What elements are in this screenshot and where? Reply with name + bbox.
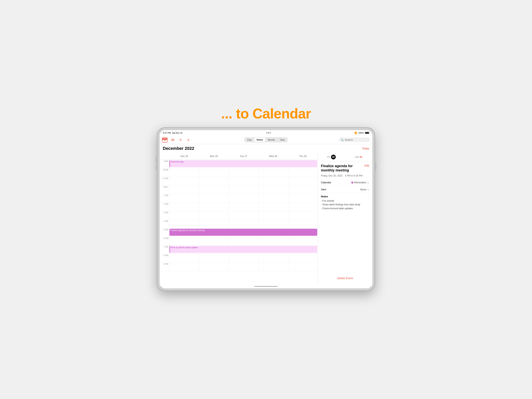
time-cell-9pm-day2[interactable] xyxy=(229,263,258,271)
time-cell-10am-day3[interactable] xyxy=(258,168,288,177)
event-feed-the-dog[interactable]: Feed the dog xyxy=(169,160,317,167)
time-cell-6pm-day3[interactable] xyxy=(258,237,288,245)
main-content: Sun 25 Mon 26 Tue 27 Wed xyxy=(160,153,372,284)
add-event-button[interactable]: ＋ xyxy=(186,137,191,142)
time-label-5pm: 5 PM xyxy=(160,228,169,237)
time-cell-3pm-day4[interactable] xyxy=(288,211,318,219)
time-cell-11am-day3[interactable] xyxy=(258,177,288,185)
time-grid[interactable]: 9 AMFeed the dog10 AM11 AMNoon1 PM2 PM3 … xyxy=(160,160,318,284)
calendar-label: Calendar xyxy=(321,181,331,184)
time-cell-1pm-day3[interactable] xyxy=(258,194,288,202)
time-cell-1pm-day2[interactable] xyxy=(229,194,258,202)
fri-num: 30 xyxy=(331,155,336,159)
time-cell-8pm-day2[interactable] xyxy=(229,254,258,262)
time-row-10am: 10 AM xyxy=(160,168,318,177)
search-box[interactable]: 🔍 xyxy=(339,138,370,142)
volume-down-button[interactable] xyxy=(156,164,157,170)
time-label-1pm: 1 PM xyxy=(160,194,169,202)
time-cell-8pm-day4[interactable] xyxy=(288,254,318,262)
time-cell-6pm-day4[interactable] xyxy=(288,237,318,245)
time-cell-3pm-day1[interactable] xyxy=(199,211,229,219)
time-cell-2pm-day4[interactable] xyxy=(288,203,318,211)
time-cell-noon-day1[interactable] xyxy=(199,186,229,194)
time-cell-3pm-day0[interactable] xyxy=(169,211,199,219)
event-date: Friday, Dec 30, 2022 xyxy=(321,174,342,177)
calendar-chevron: ⌄ xyxy=(367,181,369,184)
event-detail-header: Finalize agenda for monthly meeting Edit xyxy=(321,164,369,172)
time-cell-11am-day4[interactable] xyxy=(288,177,318,185)
time-cell-11am-day2[interactable] xyxy=(229,177,258,185)
time-cell-2pm-day3[interactable] xyxy=(258,203,288,211)
time-cell-3pm-day3[interactable] xyxy=(258,211,288,219)
time-row-5pm: 5 PMFinalize agenda for monthly meeting xyxy=(160,228,318,237)
time-cell-2pm-day0[interactable] xyxy=(169,203,199,211)
edit-event-button[interactable]: Edit xyxy=(365,164,369,167)
alert-row: Alert None ⌄ xyxy=(321,186,369,193)
time-cell-noon-day0[interactable] xyxy=(169,186,199,194)
month-view-button[interactable]: Month xyxy=(266,138,277,142)
time-label-10am: 10 AM xyxy=(160,168,169,177)
inbox-button[interactable]: ✉ xyxy=(170,137,175,142)
time-row-11am: 11 AM xyxy=(160,177,318,186)
event-finalize-agenda-for-[interactable]: Finalize agenda for monthly meeting xyxy=(169,229,317,236)
battery-percent: 100% xyxy=(358,132,364,134)
calendar-value[interactable]: Reminders ⌄ xyxy=(351,181,369,184)
time-cell-1pm-day0[interactable] xyxy=(169,194,199,202)
event-detail-title: Finalize agenda for monthly meeting xyxy=(321,164,363,172)
time-cell-noon-day2[interactable] xyxy=(229,186,258,194)
time-cell-11am-day1[interactable] xyxy=(199,177,229,185)
time-cell-10am-day0[interactable] xyxy=(169,168,199,177)
time-cell-11am-day0[interactable] xyxy=(169,177,199,185)
year-view-button[interactable]: Year xyxy=(278,138,287,142)
detail-day-sat[interactable]: Sat 31 xyxy=(345,153,372,161)
alert-value[interactable]: None ⌄ xyxy=(360,188,369,191)
calendar-icon-button[interactable]: 31 xyxy=(162,137,167,143)
time-cell-10am-day2[interactable] xyxy=(229,168,258,177)
detail-day-fri[interactable]: Fri 30 xyxy=(318,153,345,161)
time-cell-noon-day4[interactable] xyxy=(288,186,318,194)
time-cell-noon-day3[interactable] xyxy=(258,186,288,194)
day-name-wed: Wed xyxy=(269,155,274,158)
volume-up-button[interactable] xyxy=(156,157,157,162)
day-name-sun: Sun xyxy=(181,155,185,158)
time-label-8pm: 8 PM xyxy=(160,254,169,262)
notes-section: Notes - Fun activity - Share latest find… xyxy=(321,193,369,210)
week-view-button[interactable]: Week xyxy=(254,138,265,142)
time-cell-6pm-day0[interactable] xyxy=(169,237,199,245)
list-button[interactable]: ≡ xyxy=(178,137,183,142)
time-cell-9pm-day4[interactable] xyxy=(288,263,318,271)
time-cell-2pm-day1[interactable] xyxy=(199,203,229,211)
event-pick-up-soil-for-cac[interactable]: Pick up soil for cactus plants xyxy=(169,246,317,253)
time-cell-4pm-day4[interactable] xyxy=(288,220,318,228)
cal-icon-num: 31 xyxy=(164,140,166,142)
event-detail: Finalize agenda for monthly meeting Edit… xyxy=(318,161,372,275)
time-cell-2pm-day2[interactable] xyxy=(229,203,258,211)
time-cell-3pm-day2[interactable] xyxy=(229,211,258,219)
time-cell-1pm-day1[interactable] xyxy=(199,194,229,202)
time-cell-9pm-day0[interactable] xyxy=(169,263,199,271)
time-cell-9pm-day3[interactable] xyxy=(258,263,288,271)
time-cell-4pm-day1[interactable] xyxy=(199,220,229,228)
time-cell-6pm-day2[interactable] xyxy=(229,237,258,245)
power-button[interactable] xyxy=(375,162,376,170)
search-input[interactable] xyxy=(345,138,368,141)
time-cell-8pm-day3[interactable] xyxy=(258,254,288,262)
dot-1 xyxy=(266,133,267,133)
today-button[interactable]: Today xyxy=(362,147,369,150)
alert-chevron: ⌄ xyxy=(367,188,369,191)
reminder-dot xyxy=(351,182,353,184)
toolbar: 31 ✉ ≡ ＋ Day Week Month Year xyxy=(160,135,372,144)
time-cell-9pm-day1[interactable] xyxy=(199,263,229,271)
time-cell-4pm-day2[interactable] xyxy=(229,220,258,228)
delete-event-button[interactable]: Delete Event xyxy=(337,277,353,280)
day-view-button[interactable]: Day xyxy=(245,138,254,142)
time-cell-1pm-day4[interactable] xyxy=(288,194,318,202)
time-cell-8pm-day0[interactable] xyxy=(169,254,199,262)
time-cell-4pm-day0[interactable] xyxy=(169,220,199,228)
time-cell-10am-day1[interactable] xyxy=(199,168,229,177)
time-cell-4pm-day3[interactable] xyxy=(258,220,288,228)
time-cell-10am-day4[interactable] xyxy=(288,168,318,177)
time-cell-6pm-day1[interactable] xyxy=(199,237,229,245)
time-cell-8pm-day1[interactable] xyxy=(199,254,229,262)
time-label-3pm: 3 PM xyxy=(160,211,169,219)
